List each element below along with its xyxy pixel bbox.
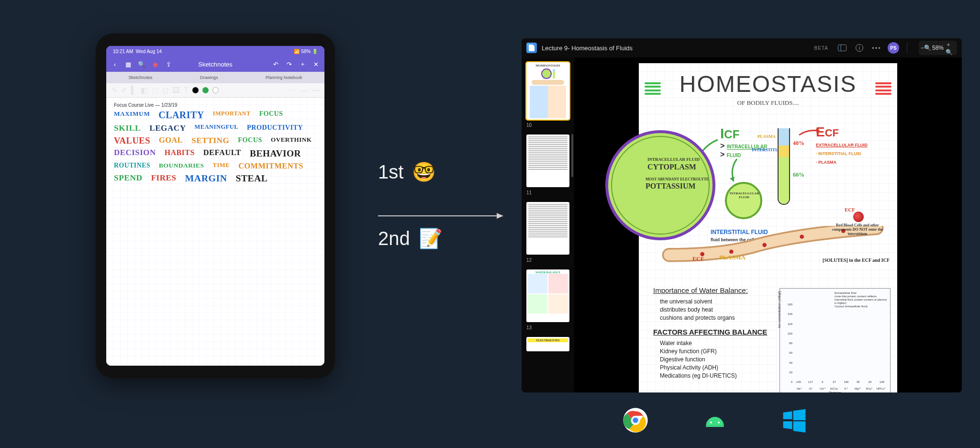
app-header: Lecture 9- Homeostasis of Fluids BETA i … [522, 38, 962, 57]
sketchnote-word: OVERTHINK [271, 136, 312, 146]
document-title: Sketchnotes [198, 61, 233, 68]
zoom-in-icon[interactable]: ＋🔍 [946, 42, 954, 54]
stroke-med-icon[interactable]: — [301, 86, 308, 95]
sketchnote-word: FOCUS [238, 136, 262, 146]
info-icon[interactable]: i [853, 42, 866, 54]
drawing-toolbar: ✎ ✐ ▍ ◧ ◌ ◻ 🖼 T ⋯ — — [106, 83, 324, 98]
first-label: 1st🤓 [378, 161, 512, 183]
sketchnote-canvas[interactable]: Focus Course Live — 1/23/19 MAXIMUMCLARI… [106, 98, 324, 366]
sketchnote-word: SPEND [114, 174, 143, 183]
share-icon[interactable]: ⇪ [165, 60, 172, 68]
rbc-note: Red Blood Cells and other components DO … [826, 223, 889, 236]
svg-point-12 [710, 422, 712, 424]
eraser-tool-icon[interactable]: ◧ [141, 86, 148, 95]
ecf-label: ECF EXTRACELLULAR FLUID · INTERSTITIAL F… [816, 124, 888, 166]
tab-drawings[interactable]: Drawings [200, 75, 218, 80]
page-thumbnail[interactable]: HOMEOSTASIS [526, 62, 569, 120]
tab-planning[interactable]: Planning Notebook [266, 75, 302, 80]
page-thumbnail[interactable] [526, 134, 569, 187]
chrome-icon [622, 407, 649, 434]
search-icon[interactable]: 🔍 [138, 60, 145, 68]
pen-tool-icon[interactable]: ✎ [111, 86, 117, 95]
undo-icon[interactable]: ↶ [272, 60, 279, 68]
sketchnote-word: SKILL [114, 124, 141, 133]
image-tool-icon[interactable]: 🖼 [172, 86, 180, 95]
doc-title: Lecture 9- Homeostasis of Fluids [542, 45, 633, 52]
grid-icon[interactable]: ▦ [124, 60, 132, 68]
lasso-tool-icon[interactable]: ◌ [152, 86, 158, 95]
ipad-screen: 10:21 AM Wed Aug 14 📶 58% 🔋 ‹ ▦ 🔍 ◉ ⇪ Sk… [106, 46, 324, 366]
text-tool-icon[interactable]: T [184, 86, 189, 95]
thumbnail-page-number: 10 [526, 123, 569, 128]
color-green[interactable] [202, 87, 209, 93]
page-title: HOMEOSTASIS OF BODILY FLUIDS.... [639, 71, 897, 107]
zoom-level: 58% [932, 45, 944, 51]
rbc-icon [853, 212, 864, 222]
sketchnote-word: CLARITY [158, 111, 204, 120]
android-icon [702, 407, 728, 434]
sketchnote-word: VALUES [114, 136, 150, 146]
zoom-controls: −🔍 58% ＋🔍 [919, 41, 957, 55]
sketchnote-word: LEGACY [149, 124, 186, 133]
more-icon[interactable]: ••• [870, 42, 883, 54]
sketchnote-word: BEHAVIOR [250, 149, 301, 158]
svg-point-6 [762, 243, 767, 247]
page-thumbnail[interactable] [526, 202, 569, 255]
color-white[interactable] [212, 87, 219, 93]
color-black[interactable] [192, 87, 199, 93]
shape-tool-icon[interactable]: ◻ [162, 86, 168, 95]
icf-label: ICF > INTRACELLULAR > FLUID [720, 125, 767, 159]
scrollbar-thumb[interactable] [571, 134, 573, 177]
platform-icons [622, 407, 808, 434]
sketchnote-word: DEFAULT [203, 149, 241, 158]
panels-icon[interactable] [836, 42, 848, 54]
notes-text-block: Importance of Water Balance: the univers… [653, 286, 778, 386]
svg-point-5 [729, 249, 734, 254]
plasma-small-label: PLASMA [757, 134, 776, 139]
second-label: 2nd📝 [378, 227, 512, 250]
solutes-bar-chart: Extracellular fluid (note that protein c… [780, 288, 891, 392]
sketchnote-word: IMPORTANT [213, 111, 251, 120]
page-thumbnail[interactable]: ELECTROLYTES [526, 337, 569, 351]
document-tabs: Sketchnotes Drawings Planning Notebook [106, 72, 324, 83]
redo-icon[interactable]: ↷ [285, 60, 293, 68]
stroke-thick-icon[interactable]: — [312, 86, 320, 95]
sketchnote-word: COMMITMENTS [238, 162, 303, 170]
stroke-thin-icon[interactable]: ⋯ [289, 86, 297, 95]
thumbnail-page-number: 11 [526, 190, 569, 195]
user-avatar[interactable]: PS [888, 42, 899, 54]
tab-sketchnotes[interactable]: Sketchnotes [129, 75, 153, 80]
zoom-out-icon[interactable]: −🔍 [922, 42, 930, 54]
page-thumbnail[interactable]: WATER BALANCE [526, 269, 569, 322]
arrow-icon [378, 215, 502, 216]
vessel-plasma-label: PLASMA [719, 254, 746, 261]
document-page: HOMEOSTASIS OF BODILY FLUIDS.... ICF > I… [639, 63, 897, 392]
thumbnail-page-number: 13 [526, 325, 569, 330]
highlighter-tool-icon[interactable]: ▍ [131, 86, 137, 95]
vessel-ecf-label: ECF [692, 256, 704, 263]
pct60-label: 60% [793, 171, 804, 179]
chart-title: [SOLUTES] in the ECF and ICF [823, 258, 890, 263]
sketchnote-word: MAXIMUM [114, 111, 150, 120]
bookmark-icon[interactable]: ◉ [151, 60, 159, 68]
thumbnail-page-number: 12 [526, 258, 569, 263]
pencil-tool-icon[interactable]: ✐ [121, 86, 127, 95]
sketchnote-word: DECISION [114, 149, 156, 158]
sketchnote-word: BOUNDARIES [159, 162, 204, 170]
goodnotes-web-app: Lecture 9- Homeostasis of Fluids BETA i … [522, 38, 962, 392]
ipad-device: 10:21 AM Wed Aug 14 📶 58% 🔋 ‹ ▦ 🔍 ◉ ⇪ Sk… [96, 34, 335, 378]
sketchnote-word: PRODUCTIVITY [247, 124, 303, 133]
document-viewport[interactable]: HOMEOSTASIS OF BODILY FLUIDS.... ICF > I… [574, 57, 962, 392]
ios-status-bar: 10:21 AM Wed Aug 14 📶 58% 🔋 [106, 46, 324, 56]
close-icon[interactable]: ✕ [312, 60, 320, 68]
sketchnote-word: SETTING [191, 136, 229, 146]
windows-icon [781, 407, 808, 434]
beta-badge: BETA [814, 45, 828, 51]
back-icon[interactable]: ‹ [111, 60, 119, 68]
svg-rect-0 [838, 45, 846, 51]
svg-point-13 [718, 422, 720, 424]
sketchnote-word: MEANINGFUL [195, 124, 238, 133]
add-icon[interactable]: ＋ [299, 60, 306, 68]
app-title-bar: ‹ ▦ 🔍 ◉ ⇪ Sketchnotes ↶ ↷ ＋ ✕ [106, 56, 324, 72]
sketchnote-word: HABITS [165, 149, 195, 158]
